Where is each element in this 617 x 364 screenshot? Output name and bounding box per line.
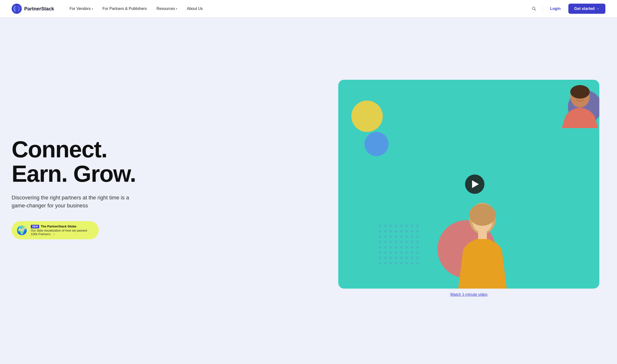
hero-headline: Connect. Earn. Grow. <box>12 137 329 186</box>
nav-item-partners[interactable]: For Partners & Publishers <box>99 5 151 13</box>
new-badge: NEW <box>31 225 39 228</box>
svg-rect-8 <box>377 223 421 267</box>
hero-section: Connect. Earn. Grow. Discovering the rig… <box>0 17 617 364</box>
globe-icon: 🌍 <box>16 225 27 235</box>
search-icon <box>532 6 536 11</box>
svg-point-3 <box>15 6 18 12</box>
chevron-down-icon: ▾ <box>92 8 93 10</box>
nav-divider <box>542 5 542 12</box>
svg-point-11 <box>469 204 496 226</box>
hero-content: Connect. Earn. Grow. Discovering the rig… <box>12 137 338 240</box>
nav-label-vendors: For Vendors <box>69 7 91 11</box>
logo-text: PartnerStack <box>24 6 54 12</box>
globe-label: NEWThe PartnerStack Globe <box>31 224 94 228</box>
hero-headline-line2: Earn. Grow. <box>12 161 136 187</box>
logo-icon <box>12 4 22 14</box>
chevron-down-icon: ▾ <box>176 8 177 10</box>
nav-label-partners: For Partners & Publishers <box>103 7 147 11</box>
globe-text-content: NEWThe PartnerStack Globe Our data visua… <box>31 224 94 236</box>
navbar: PartnerStack For Vendors ▾ For Partners … <box>0 0 617 17</box>
deco-circle-yellow <box>351 101 383 132</box>
play-icon <box>472 180 479 188</box>
video-panel: Watch 1-minute video <box>338 80 600 297</box>
deco-circle-blue <box>364 132 389 156</box>
search-button[interactable] <box>530 4 538 13</box>
watch-video-link[interactable]: Watch 1-minute video <box>450 292 487 297</box>
nav-item-resources[interactable]: Resources ▾ <box>153 5 181 13</box>
hero-subtext: Discovering the right partners at the ri… <box>12 194 137 209</box>
hero-headline-line1: Connect. <box>12 136 107 162</box>
svg-line-5 <box>535 9 536 11</box>
globe-badge[interactable]: 🌍 NEWThe PartnerStack Globe Our data vis… <box>12 221 99 239</box>
nav-actions: Login Get started → <box>530 4 605 14</box>
get-started-button[interactable]: Get started → <box>568 4 605 14</box>
cross-pattern <box>377 223 421 268</box>
video-container[interactable] <box>338 80 600 289</box>
nav-label-resources: Resources <box>157 7 175 11</box>
person-topright <box>561 80 599 128</box>
logo[interactable]: PartnerStack <box>12 4 54 14</box>
nav-label-about: About Us <box>187 7 203 11</box>
person-main <box>449 197 516 289</box>
svg-rect-12 <box>478 232 487 239</box>
svg-point-14 <box>570 85 590 99</box>
play-button[interactable] <box>465 174 484 194</box>
globe-description: Our data visualization of how we passed … <box>31 229 94 236</box>
login-button[interactable]: Login <box>546 5 565 13</box>
nav-item-vendors[interactable]: For Vendors ▾ <box>66 5 96 13</box>
nav-links: For Vendors ▾ For Partners & Publishers … <box>66 5 529 13</box>
watch-link: Watch 1-minute video <box>338 292 600 297</box>
nav-item-about[interactable]: About Us <box>183 5 207 13</box>
